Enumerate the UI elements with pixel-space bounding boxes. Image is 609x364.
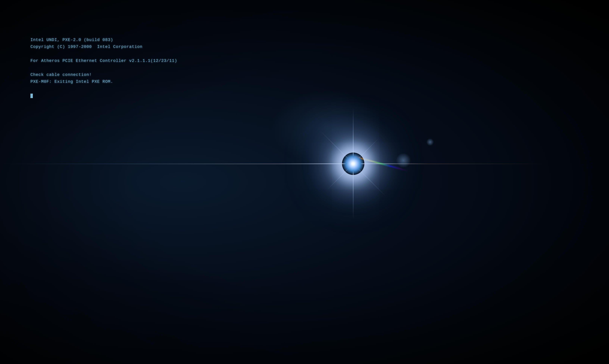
terminal-line-4: For Atheros PCIE Ethernet Controller v2.…	[30, 57, 579, 64]
terminal-cursor-line	[30, 92, 579, 99]
terminal-line-2: Copyright (C) 1997-2000 Intel Corporatio…	[30, 43, 579, 50]
terminal-output: Intel UNDI, PXE-2.0 (build 083) Copyrigh…	[30, 37, 579, 99]
terminal-blank-3	[30, 85, 579, 92]
scan-line	[0, 164, 609, 164]
terminal-line-1: Intel UNDI, PXE-2.0 (build 083)	[30, 37, 579, 43]
terminal-line-6: Check cable connection!	[30, 71, 579, 78]
terminal-blank-2	[30, 64, 579, 71]
terminal-blank-1	[30, 51, 579, 57]
bios-screen: Intel UNDI, PXE-2.0 (build 083) Copyrigh…	[0, 0, 609, 364]
terminal-cursor	[30, 94, 33, 98]
flare-artifact-1	[396, 153, 411, 168]
flare-glow	[271, 90, 383, 165]
flare-artifact-2	[426, 138, 434, 146]
terminal-line-7: PXE-M0F: Exiting Intel PXE ROM.	[30, 78, 579, 85]
